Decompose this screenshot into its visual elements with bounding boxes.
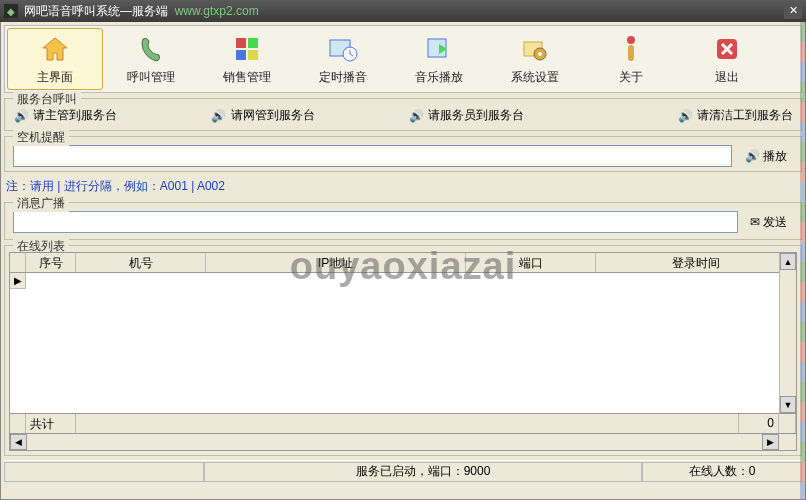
call-waiter-button[interactable]: 🔊请服务员到服务台: [408, 107, 596, 124]
svg-marker-0: [43, 38, 67, 60]
group-broadcast: 消息广播 ✉发送: [4, 202, 802, 240]
schedule-icon: [327, 33, 359, 65]
speaker-icon: 🔊: [211, 108, 227, 124]
tab-label: 定时播音: [319, 69, 367, 86]
group-online-list: 在线列表 序号 机号 IP地址 端口 登录时间 ▶ ▲ ▼ 共计 0 ◀: [4, 245, 802, 456]
row-marker-col: [10, 253, 26, 272]
scroll-up-icon[interactable]: ▲: [780, 253, 796, 270]
group-service-call: 服务台呼叫 🔊请主管到服务台 🔊请网管到服务台 🔊请服务员到服务台 🔊请清洁工到…: [4, 98, 802, 131]
tab-about[interactable]: 关于: [583, 28, 679, 90]
send-button[interactable]: ✉发送: [744, 211, 793, 233]
tab-exit[interactable]: 退出: [679, 28, 775, 90]
app-url: www.gtxp2.com: [175, 4, 259, 18]
tab-timed-broadcast[interactable]: 定时播音: [295, 28, 391, 90]
svg-point-11: [538, 52, 542, 56]
tab-music-play[interactable]: 音乐播放: [391, 28, 487, 90]
home-icon: [39, 33, 71, 65]
col-port[interactable]: 端口: [466, 253, 596, 272]
idle-input[interactable]: [13, 145, 732, 167]
legend: 消息广播: [13, 195, 69, 212]
tab-sales-mgmt[interactable]: 销售管理: [199, 28, 295, 90]
svg-rect-4: [248, 50, 258, 60]
close-button[interactable]: ✕: [784, 3, 802, 19]
legend: 服务台呼叫: [13, 91, 81, 108]
online-table: 序号 机号 IP地址 端口 登录时间 ▶ ▲ ▼: [9, 252, 797, 414]
phone-icon: [135, 33, 167, 65]
content: 主界面 呼叫管理 销售管理 定时播音 音乐播放 系统设置 关于 退出: [0, 22, 806, 500]
status-service: 服务已启动，端口：9000: [204, 462, 642, 482]
current-row-marker: ▶: [10, 273, 26, 289]
col-login-time[interactable]: 登录时间: [596, 253, 796, 272]
call-cleaner-button[interactable]: 🔊请清洁工到服务台: [606, 107, 794, 124]
tab-call-mgmt[interactable]: 呼叫管理: [103, 28, 199, 90]
tab-label: 销售管理: [223, 69, 271, 86]
svg-point-12: [627, 36, 635, 44]
music-icon: [423, 33, 455, 65]
call-supervisor-button[interactable]: 🔊请主管到服务台: [13, 107, 201, 124]
svg-rect-13: [628, 45, 634, 61]
col-ip[interactable]: IP地址: [206, 253, 466, 272]
speaker-icon: 🔊: [408, 108, 424, 124]
status-online: 在线人数：0: [642, 462, 802, 482]
side-decoration: [800, 22, 806, 500]
scroll-left-icon[interactable]: ◀: [10, 434, 27, 450]
play-button[interactable]: 🔊播放: [738, 145, 793, 167]
idle-note: 注：请用 | 进行分隔，例如：A001 | A002: [4, 172, 802, 197]
footer-total-label: 共计: [26, 414, 76, 433]
app-name: 网吧语音呼叫系统—服务端: [24, 4, 168, 18]
speaker-icon: 🔊: [677, 108, 693, 124]
exit-icon: [711, 33, 743, 65]
titlebar: ◆ 网吧语音呼叫系统—服务端 www.gtxp2.com ✕: [0, 0, 806, 22]
legend: 空机提醒: [13, 129, 69, 146]
app-icon: ◆: [4, 4, 18, 18]
col-machine[interactable]: 机号: [76, 253, 206, 272]
speaker-icon: 🔊: [13, 108, 29, 124]
main-toolbar: 主界面 呼叫管理 销售管理 定时播音 音乐播放 系统设置 关于 退出: [4, 25, 802, 93]
scroll-right-icon[interactable]: ▶: [762, 434, 779, 450]
alert-icon: [615, 33, 647, 65]
tab-label: 关于: [619, 69, 643, 86]
col-index[interactable]: 序号: [26, 253, 76, 272]
horizontal-scrollbar[interactable]: ◀ ▶: [9, 434, 797, 451]
gear-icon: [519, 33, 551, 65]
broadcast-input[interactable]: [13, 211, 738, 233]
tab-label: 呼叫管理: [127, 69, 175, 86]
tab-home[interactable]: 主界面: [7, 28, 103, 90]
svg-rect-2: [248, 38, 258, 48]
tab-settings[interactable]: 系统设置: [487, 28, 583, 90]
tab-label: 系统设置: [511, 69, 559, 86]
title-text: 网吧语音呼叫系统—服务端 www.gtxp2.com: [24, 3, 784, 20]
svg-rect-3: [236, 50, 246, 60]
group-idle-remind: 空机提醒 🔊播放: [4, 136, 802, 172]
grid-icon: [231, 33, 263, 65]
footer-total-count: 0: [739, 414, 779, 433]
tab-label: 退出: [715, 69, 739, 86]
tab-label: 主界面: [37, 69, 73, 86]
speaker-icon: 🔊: [744, 148, 760, 164]
mail-icon: ✉: [750, 215, 760, 229]
statusbar: 服务已启动，端口：9000 在线人数：0: [4, 460, 802, 482]
svg-rect-1: [236, 38, 246, 48]
scroll-down-icon[interactable]: ▼: [780, 396, 796, 413]
vertical-scrollbar[interactable]: ▲ ▼: [779, 253, 796, 413]
status-cell-empty: [4, 462, 204, 482]
call-netadmin-button[interactable]: 🔊请网管到服务台: [211, 107, 399, 124]
table-header: 序号 机号 IP地址 端口 登录时间: [10, 253, 796, 273]
tab-label: 音乐播放: [415, 69, 463, 86]
table-footer: 共计 0: [9, 414, 797, 434]
